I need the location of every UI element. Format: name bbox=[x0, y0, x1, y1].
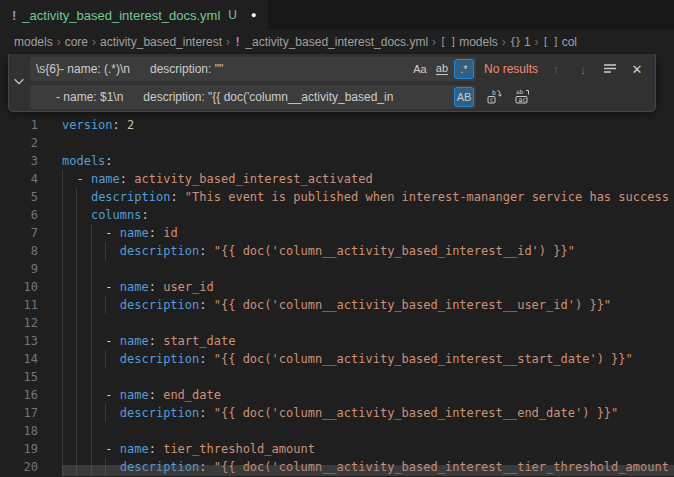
line-number: 10 bbox=[0, 278, 38, 296]
breadcrumb-item-models[interactable]: models bbox=[14, 35, 53, 49]
svg-text:ac: ac bbox=[518, 95, 526, 103]
line-number: 9 bbox=[0, 260, 38, 278]
indent-guide bbox=[76, 422, 77, 440]
line-number: 3 bbox=[0, 152, 38, 170]
line-number: 17 bbox=[0, 404, 38, 422]
code-line-17: 17 description: "{{ doc('column__activit… bbox=[0, 404, 674, 422]
code-line-19: 19 - name: tier_threshold_amount bbox=[0, 440, 674, 458]
vscode-window: ! _activity_based_interest_docs.yml U ● … bbox=[0, 0, 674, 477]
code-area[interactable]: 1version: 223models:4 - name: activity_b… bbox=[0, 53, 674, 476]
find-input[interactable]: \s{6}- name: (.*)\n description: "" Aa a… bbox=[30, 57, 476, 81]
symbol-object-icon: {} bbox=[510, 36, 520, 47]
code-line-4: 4 - name: activity_based_interest_activa… bbox=[0, 170, 674, 188]
regex-toggle[interactable]: .* bbox=[454, 59, 474, 79]
whole-word-toggle[interactable]: ab bbox=[432, 59, 452, 79]
tab-activity-docs[interactable]: ! _activity_based_interest_docs.yml U ● bbox=[0, 0, 268, 30]
svg-text:c: c bbox=[490, 95, 494, 103]
line-number: 12 bbox=[0, 314, 38, 332]
breadcrumb-label: col bbox=[562, 35, 577, 49]
svg-text:ab: ab bbox=[516, 88, 524, 95]
code-line-11: 11 description: "{{ doc('column__activit… bbox=[0, 296, 674, 314]
next-match-button[interactable]: ↓ bbox=[573, 59, 593, 79]
replace-input[interactable]: - name: $1\n description: "{{ doc('colum… bbox=[30, 85, 476, 109]
line-number: 8 bbox=[0, 242, 38, 260]
indent-guide bbox=[91, 260, 92, 278]
breadcrumb: models›core›activity_based_interest›!_ac… bbox=[0, 30, 674, 53]
symbol-array-icon: [ ] bbox=[543, 36, 558, 47]
indent-guide bbox=[76, 260, 77, 278]
code-line-1: 1version: 2 bbox=[0, 116, 674, 134]
find-row: \s{6}- name: (.*)\n description: "" Aa a… bbox=[30, 57, 649, 81]
code-line-5: 5 description: "This event is published … bbox=[0, 188, 674, 206]
chevron-down-icon bbox=[12, 74, 26, 92]
code-line-3: 3models: bbox=[0, 152, 674, 170]
code-line-9: 9 bbox=[0, 260, 674, 278]
breadcrumb-separator: › bbox=[432, 35, 436, 49]
breadcrumb-item-models[interactable]: [ ]models bbox=[440, 35, 498, 49]
find-results-count: No results bbox=[484, 62, 538, 76]
git-status-badge: U bbox=[228, 8, 237, 22]
horizontal-scrollbar[interactable] bbox=[62, 465, 674, 476]
indent-guide bbox=[91, 422, 92, 440]
breadcrumb-label: core bbox=[65, 35, 88, 49]
breadcrumb-item-col[interactable]: [ ]col bbox=[543, 35, 577, 49]
selection-lines-icon bbox=[602, 60, 618, 79]
replace-button[interactable]: b c bbox=[484, 87, 504, 107]
line-number: 20 bbox=[0, 458, 38, 476]
line-number: 11 bbox=[0, 296, 38, 314]
line-number: 13 bbox=[0, 332, 38, 350]
breadcrumb-separator: › bbox=[92, 35, 96, 49]
line-number: 1 bbox=[0, 116, 38, 134]
line-number: 7 bbox=[0, 224, 38, 242]
code-line-6: 6 columns: bbox=[0, 206, 674, 224]
breadcrumb-separator: › bbox=[502, 35, 506, 49]
code-line-16: 16 - name: end_date bbox=[0, 386, 674, 404]
preserve-case-toggle[interactable]: AB bbox=[454, 87, 474, 107]
breadcrumb-item-_activity_based_interest_docs.yml[interactable]: !_activity_based_interest_docs.yml bbox=[234, 35, 428, 49]
modified-dot-icon[interactable]: ● bbox=[251, 10, 256, 20]
find-replace-widget: \s{6}- name: (.*)\n description: "" Aa a… bbox=[8, 54, 656, 112]
code-line-13: 13 - name: start_date bbox=[0, 332, 674, 350]
line-number: 5 bbox=[0, 188, 38, 206]
indent-guide bbox=[62, 314, 63, 332]
code-line-12: 12 bbox=[0, 314, 674, 332]
find-in-selection-toggle[interactable] bbox=[600, 59, 620, 79]
editor[interactable]: \s{6}- name: (.*)\n description: "" Aa a… bbox=[0, 53, 674, 477]
breadcrumb-item-core[interactable]: core bbox=[65, 35, 88, 49]
breadcrumb-separator: › bbox=[226, 35, 230, 49]
indent-guide bbox=[62, 260, 63, 278]
indent-guide bbox=[62, 422, 63, 440]
toggle-replace-button[interactable] bbox=[9, 54, 30, 111]
code-line-15: 15 bbox=[0, 368, 674, 386]
indent-guide bbox=[62, 368, 63, 386]
breadcrumb-item-1[interactable]: {}1 bbox=[510, 35, 531, 49]
previous-match-button[interactable]: ↑ bbox=[546, 59, 566, 79]
close-find-button[interactable]: ✕ bbox=[627, 59, 647, 79]
line-number: 2 bbox=[0, 134, 38, 152]
code-line-18: 18 bbox=[0, 422, 674, 440]
replace-row: - name: $1\n description: "{{ doc('colum… bbox=[30, 85, 649, 109]
breadcrumb-label: activity_based_interest bbox=[100, 35, 222, 49]
line-number: 14 bbox=[0, 350, 38, 368]
breadcrumb-label: _activity_based_interest_docs.yml bbox=[245, 35, 428, 49]
symbol-array-icon: [ ] bbox=[440, 36, 455, 47]
line-number: 16 bbox=[0, 386, 38, 404]
line-number: 6 bbox=[0, 206, 38, 224]
code-line-2: 2 bbox=[0, 134, 674, 152]
yaml-file-icon: ! bbox=[12, 8, 16, 23]
indent-guide bbox=[91, 368, 92, 386]
tab-title: _activity_based_interest_docs.yml bbox=[22, 8, 220, 23]
breadcrumb-item-activity_based_interest[interactable]: activity_based_interest bbox=[100, 35, 222, 49]
indent-guide bbox=[91, 314, 92, 332]
line-number: 19 bbox=[0, 440, 38, 458]
replace-icon: b c bbox=[486, 88, 502, 107]
replace-input-value: - name: $1\n description: "{{ doc('colum… bbox=[30, 90, 476, 104]
code-line-14: 14 description: "{{ doc('column__activit… bbox=[0, 350, 674, 368]
breadcrumb-label: 1 bbox=[524, 35, 531, 49]
tab-bar: ! _activity_based_interest_docs.yml U ● bbox=[0, 0, 674, 30]
line-number: 4 bbox=[0, 170, 38, 188]
code-line-10: 10 - name: user_id bbox=[0, 278, 674, 296]
replace-all-button[interactable]: ab ac bbox=[512, 87, 532, 107]
match-case-toggle[interactable]: Aa bbox=[410, 59, 430, 79]
replace-all-icon: ab ac bbox=[514, 88, 530, 107]
